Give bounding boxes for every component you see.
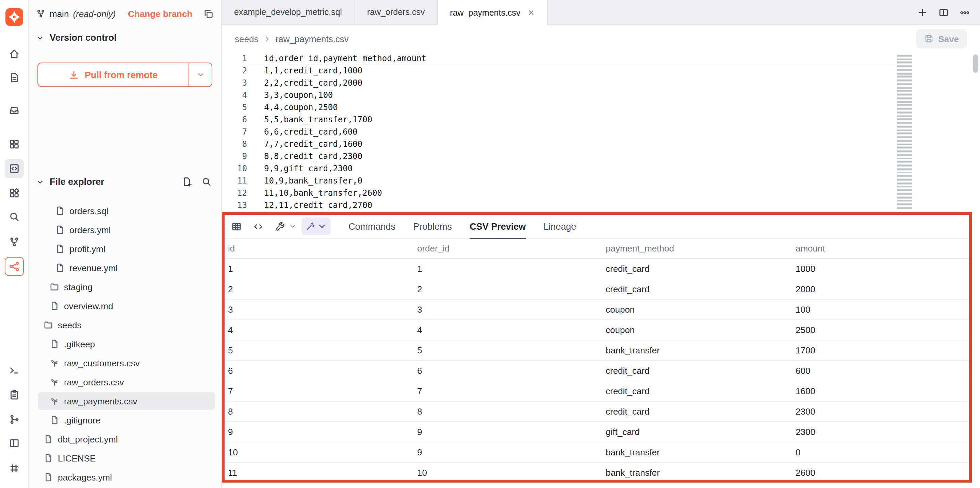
file-label: .gitignore: [64, 415, 100, 425]
table-cell: 3: [414, 304, 603, 315]
code-line[interactable]: id,order_id,payment_method,amount: [264, 52, 891, 65]
file-item-gitkeep[interactable]: .gitkeep: [29, 334, 221, 353]
git-merge-icon[interactable]: [5, 410, 24, 429]
panel-toolbar: Commands Problems CSV Preview Lineage: [225, 215, 969, 239]
file-item-raw-customers-csv[interactable]: raw_customers.csv: [29, 353, 221, 372]
scrollbar-thumb[interactable]: [973, 54, 978, 73]
table-cell: credit_card: [603, 284, 793, 294]
search-icon[interactable]: [202, 177, 212, 187]
code-line[interactable]: 7,7,credit_card,1600: [264, 138, 891, 150]
folder-item-seeds[interactable]: seeds: [29, 315, 221, 334]
code-line[interactable]: 11,10,bank_transfer,2600: [264, 187, 891, 199]
table-cell: 2300: [793, 427, 969, 437]
code-line[interactable]: 2,2,credit_card,2000: [264, 77, 891, 89]
folder-item-staging[interactable]: staging: [29, 277, 221, 296]
file-item-orders-yml[interactable]: orders.yml: [29, 220, 221, 239]
panel-tab-lineage[interactable]: Lineage: [543, 214, 576, 238]
lineage-icon[interactable]: [5, 257, 24, 276]
new-tab-icon[interactable]: [917, 7, 928, 17]
panel-tab-csv-preview[interactable]: CSV Preview: [469, 214, 526, 238]
change-branch-link[interactable]: Change branch: [128, 8, 192, 19]
widgets-icon[interactable]: [5, 184, 24, 203]
save-button[interactable]: Save: [916, 29, 967, 48]
code-line[interactable]: 5,5,bank_transfer,1700: [264, 114, 891, 126]
pull-options-caret[interactable]: [189, 63, 212, 86]
code-line[interactable]: 3,3,coupon,100: [264, 89, 891, 101]
file-item-raw-orders-csv[interactable]: raw_orders.csv: [29, 372, 221, 391]
file-item-license[interactable]: LICENSE: [29, 448, 221, 467]
table-row: 1110bank_transfer2600: [225, 463, 969, 483]
file-icon: [43, 472, 53, 482]
chevron-right-icon: [263, 35, 270, 43]
home-icon[interactable]: [5, 44, 24, 63]
file-text-icon[interactable]: [5, 68, 24, 87]
file-item-packages-yml[interactable]: packages.yml: [29, 467, 221, 486]
code-line[interactable]: 1,1,credit_card,1000: [264, 65, 891, 77]
search-icon[interactable]: [5, 207, 24, 227]
magic-wand-icon: [305, 222, 315, 231]
csv-preview-body: 11credit_card1000 22credit_card2000 33co…: [225, 259, 969, 483]
breadcrumb-folder[interactable]: seeds: [235, 34, 258, 44]
layout-columns-icon[interactable]: [5, 434, 24, 453]
code-line[interactable]: 10,9,bank_transfer,0: [264, 175, 891, 187]
grid-small-icon[interactable]: [5, 459, 24, 478]
table-row: 55bank_transfer1700: [225, 341, 969, 361]
minimap[interactable]: [897, 54, 912, 209]
editor-content[interactable]: id,order_id,payment_method,amount 1,1,cr…: [264, 52, 891, 211]
file-item-orders-sql[interactable]: orders.sql: [29, 201, 221, 220]
code-line[interactable]: 8,8,credit_card,2300: [264, 150, 891, 162]
table-cell: 1700: [793, 345, 969, 355]
version-control-header[interactable]: Version control: [36, 33, 212, 43]
table-cell: 600: [793, 366, 969, 376]
file-item-profit-yml[interactable]: profit.yml: [29, 239, 221, 258]
magic-wand-button[interactable]: [301, 217, 331, 235]
code-editor[interactable]: 1 2 3 4 5 6 7 8 9 10 11 12 13 id,order_i…: [222, 52, 980, 212]
code-line[interactable]: 6,6,credit_card,600: [264, 126, 891, 138]
tab-example-develop-metric-sql[interactable]: example_develop_metric.sql: [222, 0, 355, 24]
terminal-icon[interactable]: [5, 361, 24, 380]
file-label: raw_customers.csv: [64, 358, 140, 368]
copy-icon[interactable]: [204, 8, 214, 19]
split-view-icon[interactable]: [939, 7, 949, 17]
sidebar: main (read-only) Change branch Version c…: [29, 0, 222, 488]
line-number: 8: [222, 138, 247, 150]
file-item-dbt-project-yml[interactable]: dbt_project.yml: [29, 429, 221, 448]
line-number: 11: [222, 175, 247, 187]
file-icon: [55, 225, 65, 234]
table-cell: 5: [414, 345, 603, 355]
git-branch-icon[interactable]: [5, 233, 24, 252]
tab-close-icon[interactable]: [527, 9, 535, 16]
panel-tab-problems[interactable]: Problems: [413, 214, 452, 238]
new-file-icon[interactable]: [182, 177, 192, 187]
inbox-icon[interactable]: [5, 101, 24, 120]
tab-raw-orders-csv[interactable]: raw_orders.csv: [355, 0, 438, 24]
file-explorer-header[interactable]: File explorer: [36, 177, 212, 187]
file-item-overview-md[interactable]: overview.md: [29, 296, 221, 315]
ellipsis-icon[interactable]: [959, 7, 970, 17]
chevron-down-icon: [36, 34, 44, 42]
version-control-title: Version control: [50, 33, 117, 43]
panel-tab-commands[interactable]: Commands: [348, 214, 395, 238]
pull-from-remote-button[interactable]: Pull from remote: [37, 63, 212, 87]
file-icon: [43, 453, 53, 463]
file-item-raw-payments-csv[interactable]: raw_payments.csv: [29, 391, 221, 410]
code-line[interactable]: 12,11,credit_card,2700: [264, 199, 891, 211]
build-options-button[interactable]: [272, 218, 296, 234]
clipboard-icon[interactable]: [5, 385, 24, 404]
grid-icon[interactable]: [5, 135, 24, 154]
dbt-logo[interactable]: [5, 8, 23, 26]
table-cell: 100: [793, 304, 969, 315]
table-cell: 4: [225, 325, 414, 335]
column-header: amount: [793, 243, 969, 254]
code-line[interactable]: 9,9,gift_card,2300: [264, 162, 891, 175]
tab-raw-payments-csv[interactable]: raw_payments.csv: [438, 0, 547, 25]
current-line-rule: [249, 65, 894, 65]
file-item-revenue-yml[interactable]: revenue.yml: [29, 258, 221, 277]
table-cell: credit_card: [603, 406, 793, 417]
line-number: 7: [222, 126, 247, 138]
code-icon[interactable]: [250, 218, 266, 234]
file-item-gitignore[interactable]: .gitignore: [29, 410, 221, 429]
code-editor-icon[interactable]: [5, 159, 24, 178]
table-icon[interactable]: [228, 218, 244, 234]
code-line[interactable]: 4,4,coupon,2500: [264, 101, 891, 114]
